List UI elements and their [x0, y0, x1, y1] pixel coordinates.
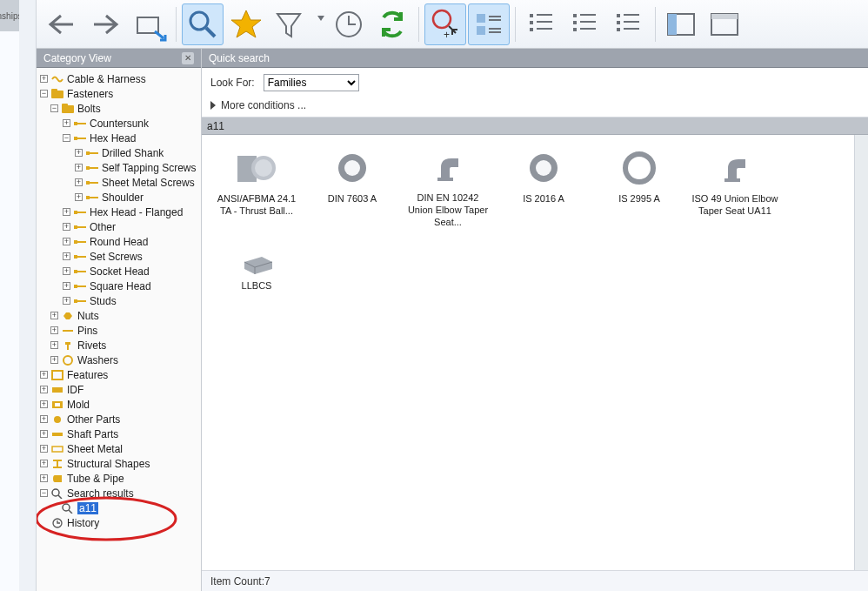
tree-node[interactable]: +Hex Head - Flanged	[38, 205, 199, 219]
tree-node[interactable]: +Sheet Metal	[38, 441, 199, 456]
expand-icon[interactable]: +	[40, 400, 48, 408]
view-list3-button[interactable]	[608, 3, 650, 45]
expand-icon[interactable]: +	[63, 223, 70, 231]
tree-node[interactable]: +Set Screws	[38, 249, 199, 264]
expand-icon[interactable]: +	[63, 208, 70, 216]
refresh-button[interactable]	[371, 3, 413, 45]
collapse-icon[interactable]: −	[40, 90, 48, 97]
tree-node[interactable]: +Structural Shapes	[38, 456, 199, 471]
dropdown-icon	[312, 5, 326, 44]
expand-icon[interactable]: +	[75, 149, 83, 157]
look-for-select[interactable]: Families	[264, 74, 359, 91]
expand-icon[interactable]: +	[63, 267, 70, 275]
expand-icon[interactable]: +	[75, 193, 83, 201]
expand-icon[interactable]: +	[40, 75, 48, 83]
expand-icon[interactable]: +	[40, 430, 48, 438]
filter-button[interactable]	[269, 3, 310, 45]
tree-node[interactable]: a11	[38, 500, 199, 515]
tree-node[interactable]: −Fasteners	[38, 86, 199, 101]
expand-icon[interactable]: +	[40, 415, 48, 423]
tree-node[interactable]: +Countersunk	[38, 116, 199, 131]
history-button[interactable]	[328, 3, 370, 45]
collapse-icon[interactable]: −	[63, 134, 70, 142]
view-list-button[interactable]	[521, 3, 563, 45]
pane-layout-button[interactable]	[661, 3, 703, 45]
tree-node[interactable]: +Self Tapping Screws	[38, 160, 199, 175]
expand-icon[interactable]: +	[40, 460, 48, 467]
tree-node-label: Square Head	[90, 280, 151, 292]
expand-icon[interactable]: +	[40, 474, 48, 482]
expand-icon[interactable]: +	[50, 356, 58, 364]
struct-icon	[51, 459, 63, 469]
tree-node[interactable]: +Studs	[38, 293, 199, 308]
item-count-value: 7	[264, 575, 270, 588]
tree-node[interactable]: −Search results	[38, 486, 199, 500]
tree-node[interactable]: History	[38, 515, 199, 530]
expand-icon[interactable]: +	[40, 371, 48, 379]
view-details-button[interactable]	[468, 3, 510, 45]
tree-node[interactable]: +Mold	[38, 397, 199, 412]
tree-node[interactable]: +IDF	[38, 382, 199, 397]
tree-node[interactable]: +Socket Head	[38, 264, 199, 279]
collapse-icon[interactable]: −	[50, 104, 58, 112]
result-thumbnail	[229, 147, 284, 189]
quick-search-titlebar: Quick search	[202, 49, 868, 68]
expand-icon[interactable]: +	[50, 312, 58, 319]
tree-node[interactable]: +Washers	[38, 353, 199, 367]
tree-node[interactable]: +Shaft Parts	[38, 426, 199, 441]
nav-forward-button[interactable]	[85, 3, 127, 45]
tree-node-label: Drilled Shank	[102, 147, 164, 159]
expand-icon[interactable]: +	[63, 282, 70, 290]
expand-icon[interactable]: +	[63, 252, 70, 260]
result-item[interactable]: ANSI/AFBMA 24.1 TA - Thrust Ball...	[209, 144, 304, 231]
tree-node[interactable]: +Other	[38, 219, 199, 234]
tree-node[interactable]: +Round Head	[38, 234, 199, 249]
result-caption: IS 2995 A	[618, 192, 660, 205]
expand-icon[interactable]: +	[50, 341, 58, 349]
scrollbar[interactable]	[854, 135, 868, 570]
expand-icon[interactable]: +	[63, 297, 70, 305]
tree-node[interactable]: +Features	[38, 367, 199, 382]
close-icon[interactable]: ✕	[182, 52, 194, 64]
filter-menu-button[interactable]	[312, 7, 326, 42]
docked-side-tab[interactable]: nships	[0, 0, 19, 31]
result-item[interactable]: DIN 7603 A	[304, 144, 400, 231]
tree-node[interactable]: +Square Head	[38, 279, 199, 293]
expand-icon[interactable]: +	[50, 326, 58, 334]
tree-node[interactable]: +Sheet Metal Screws	[38, 175, 199, 190]
tree-node[interactable]: +Tube & Pipe	[38, 471, 199, 486]
open-folder-button[interactable]	[129, 3, 170, 45]
collapse-icon[interactable]: −	[40, 489, 48, 497]
result-item[interactable]: IS 2016 A	[496, 144, 591, 231]
nav-back-button[interactable]	[42, 3, 83, 45]
result-item[interactable]: DIN EN 10242 Union Elbow Taper Seat...	[400, 144, 496, 231]
expand-icon[interactable]: +	[40, 386, 48, 393]
results-grid[interactable]: ANSI/AFBMA 24.1 TA - Thrust Ball...DIN 7…	[202, 135, 854, 570]
result-item[interactable]: ISO 49 Union Elbow Taper Seat UA11	[687, 144, 783, 231]
tree-node[interactable]: +Cable & Harness	[38, 71, 199, 86]
expand-icon[interactable]: +	[75, 178, 83, 186]
search-button[interactable]	[182, 3, 224, 45]
favorites-button[interactable]	[225, 3, 267, 45]
pane-single-button[interactable]	[704, 3, 746, 45]
tree-node[interactable]: −Bolts	[38, 101, 199, 116]
view-list2-button[interactable]	[564, 3, 606, 45]
tree-node[interactable]: +Rivets	[38, 338, 199, 353]
category-tree[interactable]: +Cable & Harness−Fasteners−Bolts+Counter…	[37, 68, 201, 591]
tree-node[interactable]: +Nuts	[38, 308, 199, 323]
tree-node[interactable]: −Hex Head	[38, 131, 199, 145]
tree-node[interactable]: +Drilled Shank	[38, 145, 199, 160]
tree-node-label: Washers	[77, 354, 118, 366]
expand-icon[interactable]: +	[63, 238, 70, 245]
tree-node[interactable]: +Pins	[38, 323, 199, 338]
tree-node[interactable]: +Other Parts	[38, 412, 199, 426]
result-item[interactable]: LLBCS	[209, 231, 304, 318]
result-group-header[interactable]: a11	[202, 118, 868, 135]
expand-icon[interactable]: +	[63, 119, 70, 127]
auto-refresh-button[interactable]	[424, 3, 466, 45]
more-conditions-toggle[interactable]: More conditions ...	[210, 97, 859, 113]
expand-icon[interactable]: +	[40, 445, 48, 453]
result-item[interactable]: IS 2995 A	[591, 144, 687, 231]
tree-node[interactable]: +Shoulder	[38, 190, 199, 205]
expand-icon[interactable]: +	[75, 164, 83, 171]
